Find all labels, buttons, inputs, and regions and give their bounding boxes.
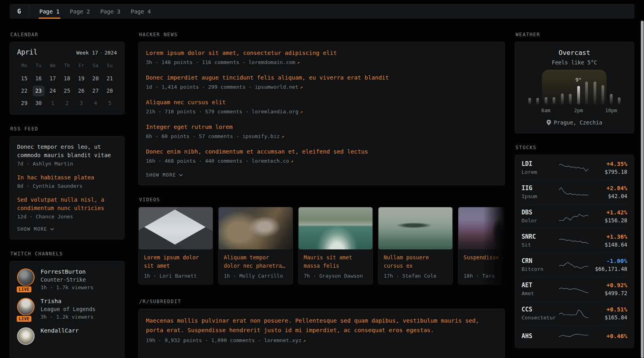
app-logo[interactable]: G — [10, 4, 29, 19]
stock-change: -1.00% — [589, 258, 627, 264]
stock-sparkline — [558, 210, 589, 222]
stock-price: $499.72 — [589, 290, 627, 296]
stock-price: $156.28 — [589, 217, 627, 224]
hackernews-section-label: HACKER NEWS — [139, 32, 505, 37]
stock-identity: SNRCSit — [522, 233, 558, 248]
hackernews-item-meta: 21h · 710 points · 579 comments · loreml… — [146, 109, 497, 115]
calendar-day: 17 — [47, 73, 59, 84]
stock-symbol: SNRC — [522, 233, 558, 240]
calendar-weekday: Sa — [88, 63, 103, 72]
video-thumbnail — [299, 207, 372, 249]
avatar — [17, 268, 35, 286]
videos-section-label: VIDEOS — [139, 197, 505, 202]
video-meta: 1h · Lori Barnett — [144, 273, 208, 279]
twitch-channel-game: Counter-Strike — [41, 276, 93, 283]
tab-page-4[interactable]: Page 4 — [131, 4, 151, 19]
video-title: Aliquam tempor dolor nec pharetra… — [224, 253, 287, 270]
weather-hour-label: 10pm — [605, 107, 617, 113]
stock-sparkline — [558, 235, 589, 247]
subreddit-widget: Maecenas mollis pulvinar erat non posuer… — [138, 309, 505, 358]
calendar-day: 3 — [75, 98, 87, 109]
video-thumbnail — [378, 207, 452, 249]
hackernews-item: Integer eget rutrum lorem6h · 60 points … — [146, 123, 497, 139]
stock-change: +2.84% — [589, 185, 627, 191]
video-meta: 17h · Stefan Cole — [384, 273, 447, 279]
twitch-avatar-wrap: LIVE — [17, 298, 35, 320]
twitch-channel-name: KendallCarr — [41, 327, 79, 334]
tab-page-2[interactable]: Page 2 — [70, 4, 90, 19]
stock-row: SNRCSit+1.36%$148.64 — [522, 228, 627, 253]
stock-row: DBSDolor+1.42%$156.28 — [522, 204, 627, 228]
twitch-channel-row[interactable]: KendallCarr — [17, 327, 117, 345]
twitch-channel-row[interactable]: LIVEForrestBurtonCounter-Strike1h · 1.7k… — [17, 268, 117, 290]
weather-bar-slot: 9° — [574, 70, 583, 105]
twitch-channel-meta: 3h · 1.2k viewers — [41, 314, 95, 320]
rss-list: Donec tempor eros leo, ut commodo mauris… — [17, 143, 117, 220]
video-thumbnail — [458, 207, 505, 249]
calendar-day: 30 — [33, 98, 45, 109]
calendar-header: April Week 17·2024 — [17, 48, 117, 56]
hackernews-item-link[interactable]: Integer eget rutrum lorem — [146, 123, 497, 131]
calendar-week-year: Week 17·2024 — [76, 50, 117, 56]
calendar-day: 25 — [61, 86, 73, 96]
rss-item-meta: 12d · Chance Jones — [17, 214, 117, 220]
video-card[interactable]: Aliquam tempor dolor nec pharetra…1h · M… — [218, 207, 293, 284]
stock-name: Amet — [522, 290, 558, 296]
hackernews-item-link[interactable]: Lorem ipsum dolor sit amet, consectetur … — [146, 49, 497, 57]
subreddit-post-meta: 19h · 9,932 points · 1,090 comments · lo… — [146, 337, 497, 343]
weather-bar-slot — [526, 70, 534, 105]
item-domain-link[interactable]: ipsumworld.net — [255, 84, 299, 90]
twitch-channel-name: ForrestBurton — [41, 268, 93, 275]
rss-item-link[interactable]: In hac habitasse platea — [17, 173, 117, 182]
calendar-day: 4 — [89, 98, 101, 109]
calendar-day: 21 — [104, 73, 116, 84]
hackernews-item-link[interactable]: Donec enim nibh, condimentum et accumsan… — [146, 148, 497, 156]
item-meta-text: 6h · 60 points · 57 comments · — [146, 133, 242, 139]
video-card-body: Suspendisse diam18h · Tara — [458, 249, 505, 284]
rss-item-link[interactable]: Donec tempor eros leo, ut commodo mauris… — [17, 143, 117, 160]
video-card-body: Lorem ipsum dolor sit amet consectetu…1h… — [139, 249, 213, 284]
calendar-day: 22 — [18, 86, 30, 96]
tab-page-1[interactable]: Page 1 — [39, 4, 60, 19]
item-domain-link[interactable]: loremtech.co — [252, 158, 289, 164]
rss-show-more-button[interactable]: SHOW MORE — [17, 226, 54, 232]
item-meta-text: 3h · 148 points · 116 comments · — [146, 59, 248, 65]
video-title: Suspendisse diam — [464, 253, 505, 270]
video-title: Lorem ipsum dolor sit amet consectetu… — [144, 253, 208, 270]
calendar-weekday: Fr — [74, 63, 88, 72]
video-card-body: Nullam posuere cursus ex17h · Stefan Col… — [378, 249, 452, 284]
calendar-day: 5 — [104, 98, 116, 109]
item-domain-link[interactable]: loremlandia.org — [252, 109, 298, 115]
video-thumbnail — [219, 207, 293, 249]
hackernews-item-meta: 1d · 1,414 points · 299 comments · ipsum… — [146, 84, 497, 90]
stock-row: AETAmet+0.92%$499.72 — [522, 277, 627, 301]
calendar-weekday: Su — [103, 63, 117, 72]
twitch-channel-row[interactable]: LIVETrishaLeague of Legends3h · 1.2k vie… — [17, 298, 117, 320]
subreddit-post-link[interactable]: Maecenas mollis pulvinar erat non posuer… — [146, 316, 497, 335]
video-card[interactable]: Nullam posuere cursus ex17h · Stefan Col… — [378, 207, 453, 284]
video-card[interactable]: Lorem ipsum dolor sit amet consectetu…1h… — [138, 207, 213, 284]
weather-bar-slot — [615, 70, 624, 105]
rss-item-link[interactable]: Sed volutpat nulla nisl, a condimentum n… — [17, 196, 117, 212]
hackernews-show-more-button[interactable]: SHOW MORE — [146, 172, 183, 178]
tab-page-3[interactable]: Page 3 — [100, 4, 120, 19]
weather-bar-slot — [566, 70, 575, 105]
item-domain-link[interactable]: loremdomain.com — [248, 59, 295, 65]
weather-bars: 9° — [526, 70, 623, 105]
video-card[interactable]: Mauris sit amet massa felis7h · Grayson … — [298, 207, 373, 284]
video-card[interactable]: Suspendisse diam18h · Tara — [458, 207, 505, 284]
stock-change: +0.51% — [589, 306, 627, 313]
stock-values: +1.42%$156.28 — [589, 209, 627, 224]
stock-name: Sit — [522, 242, 558, 248]
post-domain-link[interactable]: loremnet.xyz — [264, 337, 301, 343]
weather-bar — [585, 82, 588, 105]
calendar-day: 24 — [47, 86, 59, 96]
weather-bar — [594, 82, 596, 105]
hackernews-item-link[interactable]: Aliquam nec cursus elit — [146, 98, 497, 107]
video-thumbnail — [139, 207, 213, 249]
item-domain-link[interactable]: ipsumify.biz — [242, 133, 280, 139]
calendar-year: 2024 — [105, 50, 117, 56]
weather-bar — [528, 98, 531, 105]
hackernews-item-link[interactable]: Donec imperdiet augue tincidunt felis al… — [146, 74, 497, 82]
page-scrollbar-thumb[interactable] — [641, 21, 644, 358]
